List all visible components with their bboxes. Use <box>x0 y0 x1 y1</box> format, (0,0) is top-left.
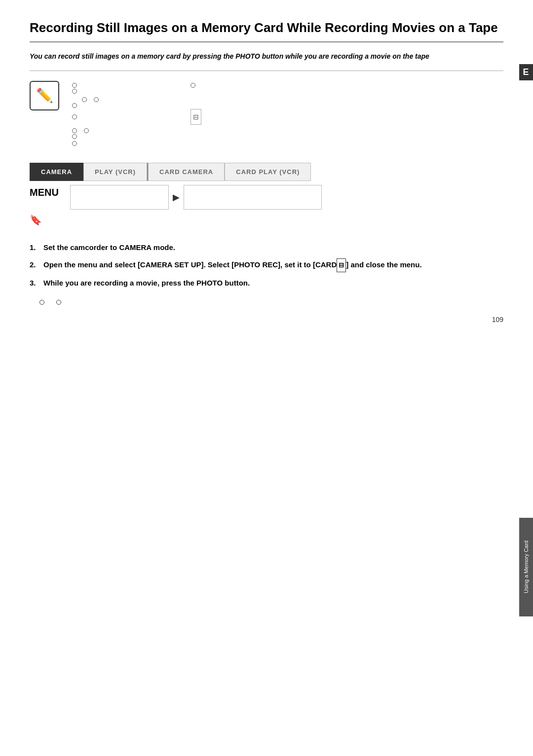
menu-box-left <box>70 185 169 210</box>
bullet-circle <box>39 300 44 305</box>
card-symbol-icon: ⊟ <box>337 258 346 272</box>
bullet-circle <box>72 128 77 133</box>
step-2: 2. Open the menu and select [CAMERA SET … <box>30 258 503 272</box>
bullet-circle <box>72 103 77 108</box>
bullet-grid: ⊟ <box>67 83 503 146</box>
bullet-circle <box>94 97 99 102</box>
pencil-icon: ✏️ <box>30 81 59 110</box>
bullet-row <box>190 83 503 88</box>
tab-play-vcr[interactable]: PLAY (VCR) <box>83 163 147 181</box>
tab-card-camera[interactable]: CARD CAMERA <box>148 163 225 181</box>
bullet-row <box>72 141 181 146</box>
bullet-row <box>72 89 181 94</box>
small-bullet-1 <box>39 295 46 309</box>
steps-section: 1. Set the camcorder to CAMERA mode. 2. … <box>30 241 503 308</box>
bullet-circle <box>72 141 77 146</box>
bullet-row <box>72 83 181 88</box>
page-number: 109 <box>492 316 503 324</box>
bullet-circle <box>56 300 61 305</box>
bullet-circle <box>72 83 77 88</box>
bullet-circle <box>84 128 89 133</box>
menu-label: MENU <box>30 187 64 198</box>
tab-card-play-vcr[interactable]: CARD PLAY (VCR) <box>225 163 311 181</box>
bullet-circle <box>72 134 77 139</box>
menu-box-right <box>184 185 322 210</box>
bullet-row-pair <box>72 95 181 102</box>
step-1-text: Set the camcorder to CAMERA mode. <box>43 241 503 254</box>
bullet-circle <box>72 114 77 119</box>
step-3: 3. While you are recording a movie, pres… <box>30 276 503 289</box>
menu-arrow-icon: ▶ <box>169 185 184 210</box>
side-label-right: Using a Memory Card <box>519 518 533 616</box>
bullet-row <box>72 134 181 139</box>
step-2-number: 2. <box>30 258 40 271</box>
step-3-number: 3. <box>30 276 40 289</box>
camera-symbol-icon: ⊟ <box>190 109 201 125</box>
menu-section: MENU 🔖 ▶ <box>30 185 503 226</box>
subtitle-text: You can record still images on a memory … <box>30 51 503 62</box>
step-1: 1. Set the camcorder to CAMERA mode. <box>30 241 503 254</box>
bullet-row <box>72 103 181 108</box>
menu-boxes: ▶ <box>70 185 322 210</box>
mode-tabs: CAMERA PLAY (VCR) CARD CAMERA CARD PLAY … <box>30 163 503 181</box>
step-1-number: 1. <box>30 241 40 254</box>
step-3-text: While you are recording a movie, press t… <box>43 276 503 289</box>
bullet-circle <box>72 89 77 94</box>
bullet-circle <box>82 97 87 102</box>
small-bullets <box>30 295 503 309</box>
section-tab-e: E <box>519 64 533 80</box>
tab-camera[interactable]: CAMERA <box>30 163 83 181</box>
step-2-text: Open the menu and select [CAMERA SET UP]… <box>43 258 503 272</box>
page-title: Recording Still Images on a Memory Card … <box>30 20 503 42</box>
small-bullet-2 <box>56 295 63 309</box>
instruction-block: ✏️ <box>30 81 503 151</box>
bookmark-icon: 🔖 <box>30 214 42 226</box>
bullet-row-pair <box>72 126 181 133</box>
right-icon-row: ⊟ <box>190 109 503 125</box>
divider <box>30 71 503 71</box>
bullet-row <box>72 109 181 125</box>
bullet-circle <box>190 83 195 88</box>
